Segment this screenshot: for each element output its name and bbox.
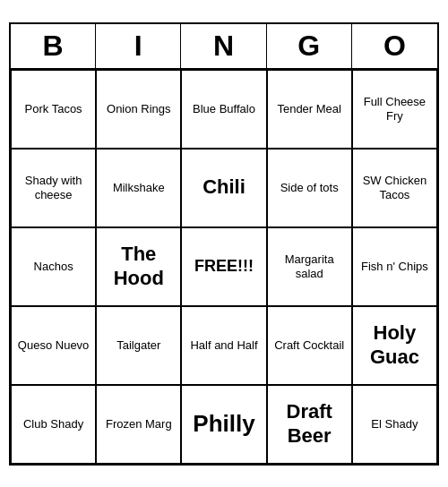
bingo-cell: Side of tots [267,149,352,227]
bingo-cell: Fish n' Chips [352,227,437,306]
bingo-cell: Half and Half [181,306,266,385]
bingo-card: BINGO Pork TacosOnion RingsBlue BuffaloT… [9,22,439,466]
header-letter: G [267,24,352,68]
bingo-cell: Philly [181,385,266,464]
bingo-cell: The Hood [96,227,181,306]
bingo-cell: Pork Tacos [11,70,96,149]
bingo-cell: Shady with cheese [11,149,96,227]
header-letter: O [352,24,437,68]
bingo-cell: Queso Nuevo [11,306,96,385]
bingo-cell: Chili [181,149,266,227]
header-letter: I [96,24,181,68]
bingo-header: BINGO [11,24,437,70]
bingo-cell: Milkshake [96,149,181,227]
bingo-cell: Tailgater [96,306,181,385]
bingo-cell: Margarita salad [267,227,352,306]
header-letter: N [181,24,266,68]
bingo-cell: FREE!!! [181,227,266,306]
bingo-cell: Club Shady [11,385,96,464]
bingo-cell: SW Chicken Tacos [352,149,437,227]
bingo-cell: El Shady [352,385,437,464]
bingo-cell: Holy Guac [352,306,437,385]
bingo-cell: Frozen Marg [96,385,181,464]
bingo-cell: Tender Meal [267,70,352,149]
header-letter: B [11,24,96,68]
bingo-cell: Draft Beer [267,385,352,464]
bingo-cell: Nachos [11,227,96,306]
bingo-cell: Blue Buffalo [181,70,266,149]
bingo-cell: Craft Cocktail [267,306,352,385]
bingo-grid: Pork TacosOnion RingsBlue BuffaloTender … [11,70,437,464]
bingo-cell: Full Cheese Fry [352,70,437,149]
bingo-cell: Onion Rings [96,70,181,149]
